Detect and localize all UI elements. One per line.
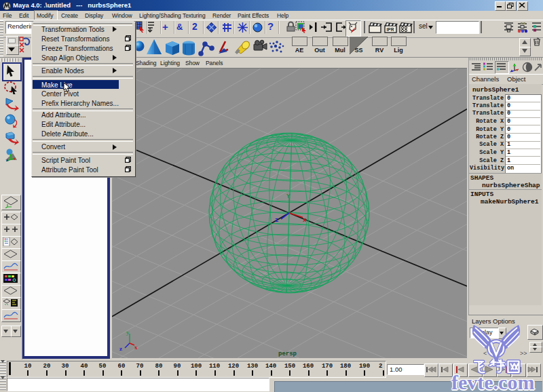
svg-text:z: z	[275, 217, 278, 224]
svg-text:Y: Y	[286, 193, 291, 200]
svg-text:z: z	[119, 345, 122, 352]
svg-text:y: y	[126, 329, 130, 336]
svg-text:x: x	[303, 217, 307, 224]
svg-text:persp: persp	[278, 351, 297, 357]
svg-text:IPR: IPR	[387, 27, 394, 32]
svg-text:x: x	[134, 344, 138, 351]
